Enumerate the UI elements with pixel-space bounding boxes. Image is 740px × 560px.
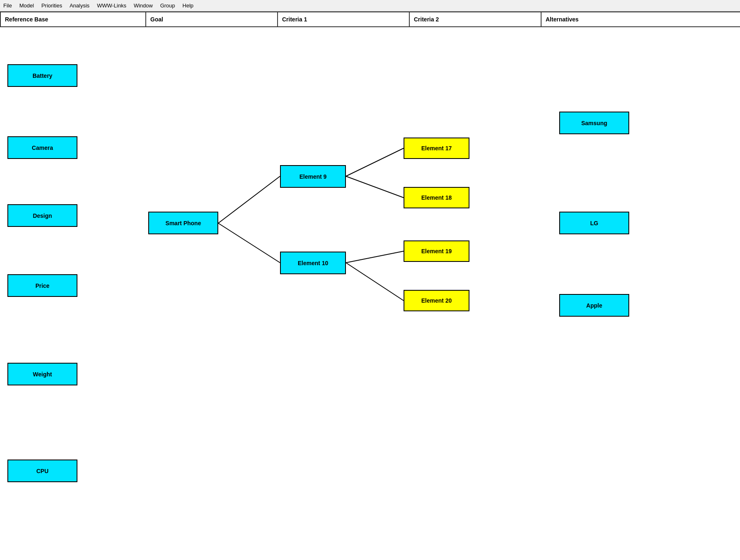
menu-file[interactable]: File (3, 2, 12, 9)
menu-group[interactable]: Group (160, 2, 175, 9)
node-apple[interactable]: Apple (559, 294, 629, 317)
node-element17[interactable]: Element 17 (404, 138, 469, 159)
col-header-reference-base: Reference Base (0, 12, 146, 26)
node-price[interactable]: Price (7, 274, 77, 297)
menu-model[interactable]: Model (19, 2, 34, 9)
svg-line-4 (346, 251, 404, 263)
col-header-criteria1: Criteria 1 (278, 12, 410, 26)
node-battery[interactable]: Battery (7, 64, 77, 87)
node-element19[interactable]: Element 19 (404, 240, 469, 262)
node-camera[interactable]: Camera (7, 136, 77, 159)
node-smartphone[interactable]: Smart Phone (148, 212, 218, 234)
menu-wwwlinks[interactable]: WWW-Links (97, 2, 126, 9)
svg-line-0 (218, 176, 280, 223)
svg-line-5 (346, 263, 404, 301)
node-element18[interactable]: Element 18 (404, 187, 469, 208)
menu-help[interactable]: Help (182, 2, 194, 9)
node-design[interactable]: Design (7, 204, 77, 227)
node-element9[interactable]: Element 9 (280, 165, 346, 188)
svg-line-2 (346, 148, 404, 176)
node-weight[interactable]: Weight (7, 363, 77, 385)
node-cpu[interactable]: CPU (7, 460, 77, 482)
hierarchy-lines (0, 27, 740, 559)
menu-window[interactable]: Window (134, 2, 153, 9)
main-content: Battery Camera Design Price Weight CPU S… (0, 27, 740, 559)
col-header-goal: Goal (146, 12, 278, 26)
column-headers: Reference Base Goal Criteria 1 Criteria … (0, 12, 740, 27)
menubar: File Model Priorities Analysis WWW-Links… (0, 0, 740, 12)
node-lg[interactable]: LG (559, 212, 629, 234)
menu-analysis[interactable]: Analysis (70, 2, 89, 9)
menu-priorities[interactable]: Priorities (41, 2, 62, 9)
node-element20[interactable]: Element 20 (404, 290, 469, 311)
col-header-alternatives: Alternatives (542, 12, 740, 26)
col-header-criteria2: Criteria 2 (410, 12, 542, 26)
svg-line-1 (218, 223, 280, 263)
node-element10[interactable]: Element 10 (280, 252, 346, 274)
svg-line-3 (346, 176, 404, 198)
node-samsung[interactable]: Samsung (559, 112, 629, 134)
